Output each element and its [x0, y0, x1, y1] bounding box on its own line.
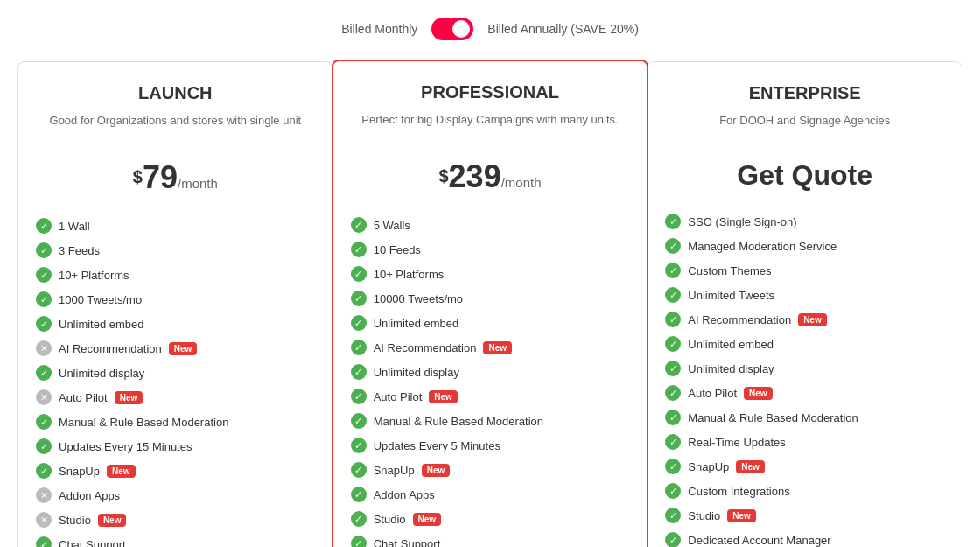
cross-icon: ✕: [36, 487, 52, 503]
new-badge: New: [727, 509, 756, 522]
new-badge: New: [744, 387, 773, 400]
check-icon: ✓: [351, 266, 367, 282]
check-icon: ✓: [351, 315, 367, 331]
list-item: ✓Manual & Rule Based Moderation: [665, 405, 944, 430]
plan-card-enterprise: ENTERPRISEFor DOOH and Signage AgenciesG…: [647, 61, 962, 547]
feature-text: Unlimited display: [59, 367, 144, 380]
list-item: ✓SnapUpNew: [351, 458, 630, 482]
check-icon: ✓: [665, 459, 681, 474]
cross-icon: ✕: [36, 389, 52, 405]
feature-text: Dedicated Account Manager: [688, 534, 830, 547]
check-icon: ✓: [351, 413, 367, 429]
currency-symbol: $: [438, 166, 448, 186]
check-icon: ✓: [36, 414, 52, 430]
check-icon: ✓: [36, 267, 52, 283]
list-item: ✓SSO (Single Sign-on): [665, 209, 944, 234]
feature-text: 1 Wall: [59, 220, 90, 233]
plan-price-professional: $239/month: [351, 158, 630, 195]
check-icon: ✓: [665, 238, 681, 254]
list-item: ✓SnapUpNew: [665, 454, 944, 479]
feature-text: Studio: [374, 513, 406, 526]
list-item: ✓1 Wall: [36, 214, 315, 238]
list-item: ✓Unlimited embed: [36, 312, 315, 336]
check-icon: ✓: [351, 389, 367, 404]
new-badge: New: [798, 313, 827, 326]
feature-text: 10 Feeds: [374, 243, 421, 256]
check-icon: ✓: [351, 511, 367, 527]
feature-text: Addon Apps: [59, 489, 120, 502]
check-icon: ✓: [351, 462, 367, 478]
price-period: /month: [501, 175, 542, 190]
plan-description-enterprise: For DOOH and Signage Agencies: [665, 114, 944, 145]
feature-text: Managed Moderation Service: [688, 240, 836, 253]
billing-annually-label: Billed Annually (SAVE 20%): [487, 22, 639, 36]
feature-text: Studio: [59, 514, 91, 527]
list-item: ✓Auto PilotNew: [351, 384, 630, 409]
new-badge: New: [413, 513, 442, 526]
currency-symbol: $: [133, 167, 143, 186]
feature-text: SnapUp: [374, 464, 415, 477]
feature-list-launch: ✓1 Wall✓3 Feeds✓10+ Platforms✓1000 Tweet…: [36, 214, 315, 547]
list-item: ✓10+ Platforms: [351, 262, 630, 286]
feature-text: Addon Apps: [374, 488, 435, 501]
plan-description-professional: Perfect for big Display Campaigns with m…: [351, 113, 630, 144]
feature-text: Unlimited display: [688, 362, 774, 375]
list-item: ✓Chat Support: [351, 531, 630, 547]
list-item: ✕Addon Apps: [36, 483, 315, 508]
check-icon: ✓: [665, 434, 681, 450]
check-icon: ✓: [665, 214, 681, 229]
feature-text: Manual & Rule Based Moderation: [688, 411, 858, 424]
plan-card-launch: LAUNCHGood for Organizations and stores …: [18, 61, 333, 547]
new-badge: New: [107, 465, 136, 478]
check-icon: ✓: [36, 365, 52, 381]
feature-text: SSO (Single Sign-on): [688, 215, 796, 228]
check-icon: ✓: [665, 483, 681, 499]
check-icon: ✓: [351, 536, 367, 547]
check-icon: ✓: [665, 508, 681, 523]
feature-text: Chat Support: [59, 538, 126, 548]
check-icon: ✓: [36, 536, 52, 547]
list-item: ✓Chat Support: [36, 532, 315, 547]
list-item: ✓Unlimited display: [36, 361, 315, 385]
plan-price-launch: $79/month: [36, 159, 315, 196]
list-item: ✓StudioNew: [351, 507, 630, 531]
check-icon: ✓: [351, 487, 367, 502]
check-icon: ✓: [665, 336, 681, 352]
billing-toggle[interactable]: [431, 18, 473, 40]
price-amount: 239: [449, 158, 501, 194]
price-amount: 79: [143, 159, 178, 195]
feature-text: Auto Pilot: [59, 391, 108, 404]
feature-list-professional: ✓5 Walls✓10 Feeds✓10+ Platforms✓10000 Tw…: [351, 213, 630, 547]
check-icon: ✓: [351, 438, 367, 453]
plan-card-professional: PROFESSIONALPerfect for big Display Camp…: [332, 60, 649, 547]
list-item: ✓Updates Every 15 Minutes: [36, 434, 315, 459]
list-item: ✓Managed Moderation Service: [665, 234, 944, 258]
list-item: ✓SnapUpNew: [36, 459, 315, 483]
check-icon: ✓: [351, 217, 367, 233]
feature-text: AI Recommendation: [59, 342, 162, 355]
feature-text: Auto Pilot: [374, 390, 423, 403]
check-icon: ✓: [351, 242, 367, 257]
list-item: ✓Updates Every 5 Minutes: [351, 433, 630, 458]
list-item: ✓10 Feeds: [351, 237, 630, 262]
list-item: ✓Dedicated Account Manager: [665, 528, 944, 547]
feature-text: Studio: [688, 509, 720, 522]
check-icon: ✓: [351, 364, 367, 380]
list-item: ✕StudioNew: [36, 508, 315, 532]
check-icon: ✓: [36, 242, 52, 258]
feature-text: Manual & Rule Based Moderation: [59, 416, 228, 429]
check-icon: ✓: [665, 532, 681, 547]
feature-text: 1000 Tweets/mo: [59, 293, 142, 306]
price-period: /month: [178, 176, 218, 191]
check-icon: ✓: [665, 312, 681, 327]
feature-text: 3 Feeds: [59, 244, 100, 257]
list-item: ✓Unlimited display: [665, 356, 944, 381]
check-icon: ✓: [665, 287, 681, 303]
list-item: ✓Unlimited Tweets: [665, 283, 944, 307]
check-icon: ✓: [36, 463, 52, 479]
list-item: ✓Unlimited display: [351, 360, 630, 384]
check-icon: ✓: [665, 410, 681, 425]
plan-cta-enterprise[interactable]: Get Quote: [665, 159, 944, 192]
feature-text: 5 Walls: [374, 219, 410, 232]
check-icon: ✓: [36, 291, 52, 307]
